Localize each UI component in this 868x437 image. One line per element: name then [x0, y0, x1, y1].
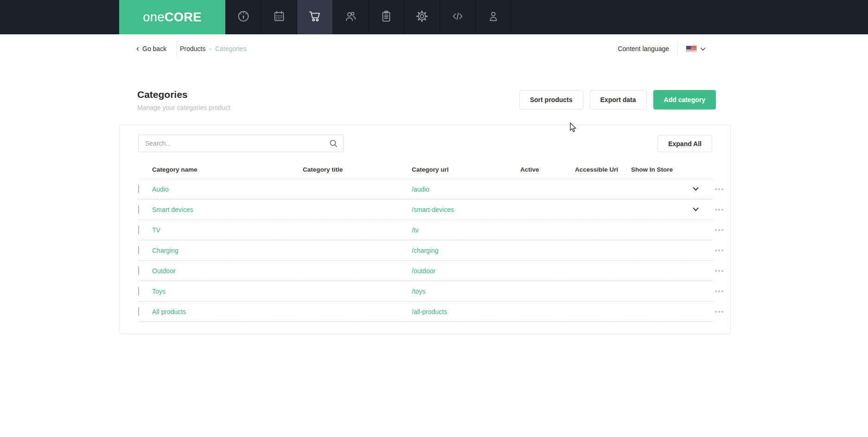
top-navigation-bar: oneCORE — [0, 0, 868, 34]
category-name-link[interactable]: Toys — [152, 288, 166, 295]
search-field-wrap — [138, 135, 344, 152]
category-url-text: /audio — [412, 186, 429, 193]
sort-products-button[interactable]: Sort products — [519, 90, 583, 109]
page-title: Categories — [137, 89, 230, 100]
cart-icon — [307, 9, 322, 26]
search-input[interactable] — [138, 135, 344, 152]
page: oneCORE — [0, 0, 868, 437]
export-data-button[interactable]: Export data — [590, 90, 647, 109]
row-actions-menu[interactable] — [715, 250, 723, 251]
category-url-text: /smart-devices — [412, 206, 454, 213]
us-flag-icon — [686, 46, 696, 52]
category-name-link[interactable]: Audio — [152, 186, 169, 193]
nav-item-developer[interactable] — [440, 0, 475, 34]
row-checkbox[interactable] — [138, 287, 139, 296]
person-icon — [486, 9, 500, 25]
breadcrumb-categories: Categories — [215, 45, 247, 52]
nav-item-orders[interactable] — [368, 0, 404, 34]
row-checkbox[interactable] — [138, 225, 139, 234]
table-row: All products /all-products — [138, 302, 713, 322]
col-header-category-name: Category name — [152, 166, 303, 173]
categories-card: Expand All Category name Category title … — [119, 125, 731, 334]
row-checkbox[interactable] — [138, 205, 139, 214]
code-icon — [451, 9, 465, 25]
category-url-text: /tv — [412, 226, 419, 234]
breadcrumb-separator: - — [209, 45, 211, 52]
table-row: Toys /toys — [138, 281, 713, 302]
category-name-link[interactable]: TV — [152, 226, 160, 234]
expand-row-chevron-icon[interactable] — [693, 207, 699, 212]
table-row: Charging /charging — [138, 240, 713, 261]
row-checkbox[interactable] — [138, 266, 139, 275]
table-row: TV /tv — [138, 220, 713, 240]
nav-item-customers[interactable] — [332, 0, 368, 34]
categories-table: Category name Category title Category ur… — [138, 161, 713, 322]
table-body: Audio /audio Smart devices /smart-device… — [138, 179, 713, 322]
row-actions-menu[interactable] — [715, 311, 723, 313]
nav-item-products[interactable] — [297, 0, 332, 34]
category-url-text: /charging — [412, 247, 439, 254]
nav-item-account[interactable] — [475, 0, 511, 34]
category-name-link[interactable]: Charging — [152, 247, 179, 254]
category-url-text: /toys — [412, 288, 426, 295]
chevron-down-icon — [700, 45, 706, 53]
row-checkbox[interactable] — [138, 307, 139, 316]
add-category-button[interactable]: Add category — [653, 90, 716, 109]
row-actions-menu[interactable] — [715, 290, 723, 292]
category-name-link[interactable]: Outdoor — [152, 267, 176, 275]
header-divider — [177, 40, 177, 57]
language-divider — [677, 41, 678, 57]
search-icon[interactable] — [329, 139, 338, 150]
table-row: Outdoor /outdoor — [138, 261, 713, 281]
page-actions: Sort products Export data Add category — [519, 90, 716, 109]
row-checkbox[interactable] — [138, 246, 139, 255]
nav-icon-strip — [225, 0, 511, 34]
table-row: Smart devices /smart-devices — [138, 199, 713, 220]
category-name-link[interactable]: Smart devices — [152, 206, 193, 213]
page-subtitle: Manage your categories product — [137, 104, 230, 111]
users-icon — [344, 9, 357, 25]
calendar-icon — [272, 9, 286, 25]
go-back-label: Go back — [142, 45, 166, 52]
col-header-active: Active — [520, 166, 575, 173]
row-checkbox[interactable] — [138, 185, 139, 193]
page-heading: Categories Manage your categories produc… — [137, 89, 230, 111]
category-name-link[interactable]: All products — [152, 308, 186, 315]
nav-item-dashboard[interactable] — [225, 0, 261, 34]
col-header-accessible-url: Accessible Url — [575, 166, 631, 173]
language-selector[interactable] — [686, 45, 706, 53]
row-actions-menu[interactable] — [715, 209, 723, 211]
category-url-text: /all-products — [412, 308, 447, 315]
nav-item-calendar[interactable] — [261, 0, 297, 34]
category-url-text: /outdoor — [412, 267, 435, 275]
table-row: Audio /audio — [138, 179, 713, 199]
brand-logo-bold: CORE — [165, 10, 202, 25]
col-header-show-in-store: Show In Store — [631, 166, 689, 173]
row-actions-menu[interactable] — [715, 229, 723, 231]
col-header-category-url: Category url — [412, 166, 520, 173]
nav-item-settings[interactable] — [404, 0, 440, 34]
dashboard-icon — [236, 9, 250, 25]
clipboard-icon — [379, 9, 393, 25]
content-language-label: Content language — [618, 45, 669, 52]
table-header-row: Category name Category title Category ur… — [138, 161, 713, 179]
gear-icon — [415, 9, 429, 25]
brand-logo-light: one — [143, 10, 165, 25]
row-actions-menu[interactable] — [715, 188, 723, 190]
brand-logo[interactable]: oneCORE — [119, 0, 225, 34]
back-chevron-icon: ‹ — [136, 44, 139, 52]
col-header-category-title: Category title — [303, 166, 412, 173]
expand-all-button[interactable]: Expand All — [657, 135, 712, 152]
header-bar: ‹ Go back Products - Categories Content … — [0, 34, 868, 63]
breadcrumb-products[interactable]: Products — [180, 45, 205, 52]
content-language-area: Content language — [618, 34, 706, 63]
go-back-link[interactable]: ‹ Go back — [136, 34, 166, 63]
row-actions-menu[interactable] — [715, 270, 723, 272]
breadcrumb: Products - Categories — [180, 34, 247, 63]
expand-row-chevron-icon[interactable] — [693, 187, 699, 191]
